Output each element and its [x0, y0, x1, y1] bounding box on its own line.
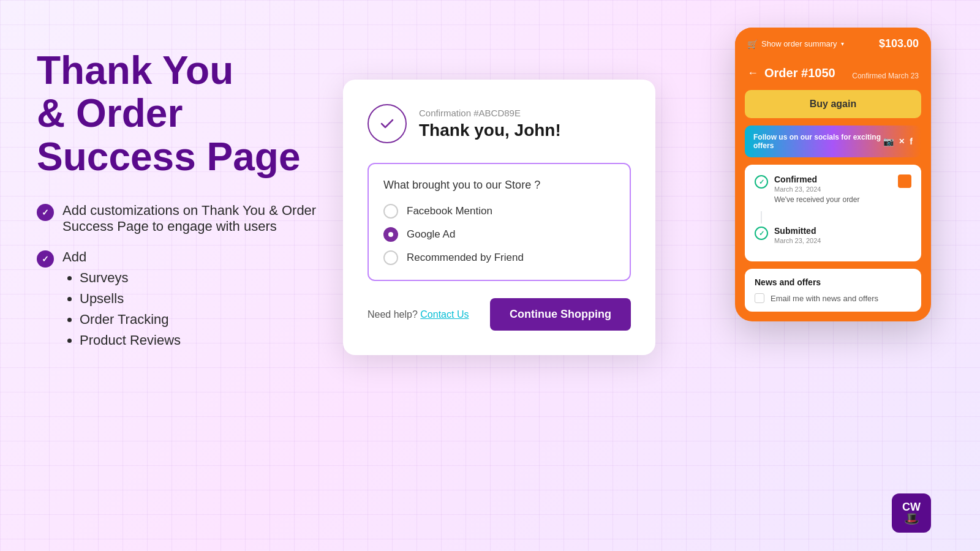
- buy-again-button[interactable]: Buy again: [745, 90, 921, 118]
- check-icon-2: [37, 250, 54, 268]
- sub-item-product-reviews: Product Reviews: [80, 332, 181, 348]
- confirmation-number: Confirmation #ABCD89E: [419, 108, 561, 118]
- check-icon-1: [37, 204, 54, 221]
- submitted-date: March 23, 2024: [774, 237, 911, 244]
- radio-google[interactable]: [383, 227, 398, 242]
- add-label: Add: [62, 249, 86, 264]
- submitted-info: Submitted March 23, 2024: [774, 226, 911, 244]
- feature-add-section: Add Surveys Upsells Order Tracking Produ…: [62, 249, 181, 353]
- feature-item-2: Add Surveys Upsells Order Tracking Produ…: [37, 249, 355, 353]
- confirmed-label: Confirmed: [774, 174, 892, 184]
- status-item-confirmed: Confirmed March 23, 2024 We've received …: [755, 174, 911, 204]
- status-divider: [761, 211, 762, 223]
- news-checkbox-label: Email me with news and offers: [771, 294, 878, 303]
- status-card: Confirmed March 23, 2024 We've received …: [745, 165, 921, 261]
- submitted-check-icon: [755, 227, 768, 240]
- social-banner-text: Follow us on our socials for exciting of…: [753, 133, 883, 150]
- logo-text: CW: [902, 501, 921, 513]
- survey-options: Facebook Mention Google Ad Recommended b…: [383, 204, 615, 265]
- option-label-google: Google Ad: [407, 228, 455, 241]
- cart-icon: 🛒: [747, 39, 758, 49]
- news-checkbox-row: Email me with news and offers: [755, 293, 911, 303]
- thank-you-heading: Thank you, John!: [419, 121, 561, 140]
- social-icons: 📷 ✕ f: [883, 137, 913, 146]
- logo-inner: CW 🎩: [902, 501, 921, 525]
- chevron-down-icon: ▾: [841, 40, 844, 47]
- back-arrow-icon[interactable]: ←: [747, 67, 758, 80]
- success-check-circle: [368, 104, 407, 143]
- survey-option-facebook[interactable]: Facebook Mention: [383, 204, 615, 219]
- center-card: Confirmation #ABCD89E Thank you, John! W…: [343, 80, 655, 355]
- order-number-title: Order #1050: [764, 66, 835, 80]
- confirmation-header: Confirmation #ABCD89E Thank you, John!: [368, 104, 631, 143]
- option-label-facebook: Facebook Mention: [407, 205, 492, 217]
- sub-item-upsells: Upsells: [80, 291, 181, 307]
- news-offers-card: News and offers Email me with news and o…: [745, 269, 921, 312]
- left-section: Thank You & Order Success Page Add custo…: [37, 49, 355, 368]
- submitted-label: Submitted: [774, 226, 911, 236]
- feature-text-1: Add customizations on Thank You & Order …: [62, 203, 355, 234]
- logo-emoji: 🎩: [902, 512, 921, 525]
- status-color-indicator: [898, 174, 911, 188]
- show-order-summary-button[interactable]: 🛒 Show order summary ▾: [747, 39, 844, 49]
- main-title: Thank You & Order Success Page: [37, 49, 355, 178]
- news-title: News and offers: [755, 277, 911, 287]
- social-banner: Follow us on our socials for exciting of…: [745, 126, 921, 157]
- sub-item-order-tracking: Order Tracking: [80, 312, 181, 328]
- facebook-icon[interactable]: f: [910, 137, 913, 146]
- contact-link[interactable]: Contact Us: [420, 309, 469, 320]
- phone-header: 🛒 Show order summary ▾ $103.00: [735, 28, 931, 60]
- status-item-submitted: Submitted March 23, 2024: [755, 226, 911, 244]
- instagram-icon[interactable]: 📷: [883, 137, 894, 146]
- confirmed-check-icon: [755, 175, 768, 189]
- feature-list: Add customizations on Thank You & Order …: [37, 203, 355, 353]
- order-confirmed-date: Confirmed March 23: [852, 72, 919, 80]
- confirmation-text-block: Confirmation #ABCD89E Thank you, John!: [419, 108, 561, 140]
- x-twitter-icon[interactable]: ✕: [899, 137, 905, 146]
- card-footer: Need help? Contact Us Continue Shopping: [368, 298, 631, 331]
- show-order-label: Show order summary: [761, 39, 837, 48]
- survey-box: What brought you to our Store ? Facebook…: [368, 163, 631, 281]
- cw-logo: CW 🎩: [892, 493, 931, 533]
- survey-option-google[interactable]: Google Ad: [383, 227, 615, 242]
- radio-facebook[interactable]: [383, 204, 398, 219]
- option-label-friend: Recommended by Friend: [407, 252, 524, 264]
- help-text: Need help? Contact Us: [368, 309, 469, 320]
- order-total-price: $103.00: [879, 37, 919, 50]
- survey-question: What brought you to our Store ?: [383, 179, 615, 192]
- survey-option-friend[interactable]: Recommended by Friend: [383, 250, 615, 265]
- confirmed-date: March 23, 2024: [774, 186, 892, 193]
- right-phone-card: 🛒 Show order summary ▾ $103.00 ← Order #…: [735, 28, 931, 321]
- news-email-checkbox[interactable]: [755, 293, 764, 303]
- confirmed-info: Confirmed March 23, 2024 We've received …: [774, 174, 892, 204]
- confirmed-desc: We've received your order: [774, 195, 892, 204]
- sub-item-surveys: Surveys: [80, 270, 181, 286]
- radio-friend[interactable]: [383, 250, 398, 265]
- sub-list: Surveys Upsells Order Tracking Product R…: [62, 270, 181, 348]
- order-detail-header: ← Order #1050 Confirmed March 23: [735, 60, 931, 90]
- continue-shopping-button[interactable]: Continue Shopping: [490, 298, 631, 331]
- feature-item-1: Add customizations on Thank You & Order …: [37, 203, 355, 234]
